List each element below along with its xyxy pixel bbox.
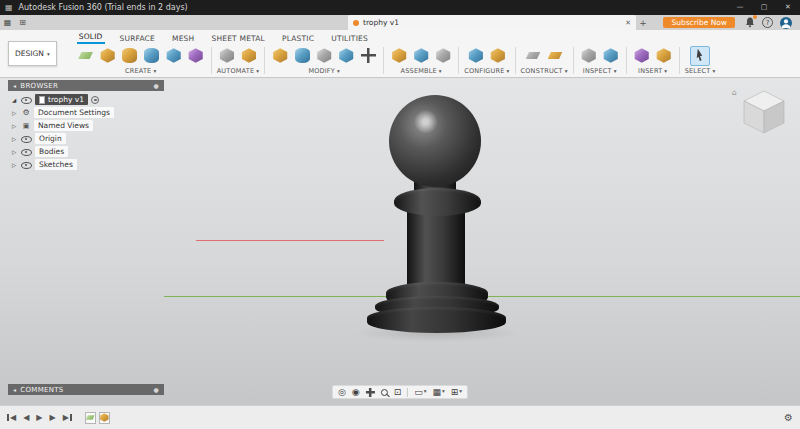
minimize-button[interactable]: — [728, 0, 752, 15]
create-menu[interactable]: CREATE ▾ [125, 67, 156, 75]
tab-utilities[interactable]: UTILITIES [329, 34, 370, 44]
expander-icon[interactable]: ▷ [10, 110, 18, 116]
expander-icon[interactable]: ▷ [10, 123, 18, 129]
insert-menu[interactable]: INSERT ▾ [638, 67, 667, 75]
visibility-eye-icon[interactable] [21, 134, 32, 144]
browser-item-root[interactable]: ◢ trophy v1 [8, 93, 164, 106]
rigid-group-icon[interactable] [433, 46, 453, 66]
collapse-panel-icon[interactable]: ◂ [13, 386, 16, 393]
move-copy-icon[interactable] [358, 46, 378, 66]
visibility-eye-icon[interactable] [21, 95, 32, 105]
expander-icon[interactable]: ▷ [10, 149, 18, 155]
insert-derive-icon[interactable] [632, 46, 652, 66]
viewport-canvas[interactable]: ⌂ ◂ BROWSER ● ◢ trophy v1 [0, 78, 800, 405]
section-analysis-icon[interactable] [601, 46, 621, 66]
automate-icon[interactable] [217, 46, 237, 66]
subscribe-button[interactable]: Subscribe Now [663, 17, 735, 28]
assemble-menu[interactable]: ASSEMBLE ▾ [401, 67, 442, 75]
viewports-icon[interactable]: ⊞▾ [451, 388, 462, 397]
pan-icon[interactable] [366, 388, 375, 397]
offset-plane-icon[interactable] [523, 46, 543, 66]
sweep-icon[interactable] [142, 46, 162, 66]
display-settings-icon[interactable]: ▭▾ [414, 388, 426, 397]
close-button[interactable]: ✕ [776, 0, 800, 15]
trophy-base-bottom[interactable] [367, 307, 506, 333]
new-component-icon[interactable] [389, 46, 409, 66]
visibility-eye-icon[interactable] [21, 147, 32, 157]
expander-icon[interactable]: ▷ [10, 136, 18, 142]
extrude-icon[interactable] [98, 46, 118, 66]
close-tab-icon[interactable]: ✕ [625, 19, 631, 27]
revolve-icon[interactable] [120, 46, 140, 66]
maximize-button[interactable]: ▢ [752, 0, 776, 15]
expander-open-icon[interactable]: ◢ [10, 97, 18, 103]
construct-menu[interactable]: CONSTRUCT ▾ [521, 67, 568, 75]
trophy-sphere[interactable] [389, 95, 481, 187]
timeline-play-button[interactable]: ▶ [36, 413, 42, 422]
measure-icon[interactable] [579, 46, 599, 66]
look-at-icon[interactable]: ◉ [352, 388, 360, 397]
press-pull-icon[interactable] [270, 46, 290, 66]
decal-icon[interactable] [654, 46, 674, 66]
timeline-go-end-button[interactable]: ▶ [63, 413, 72, 422]
fillet-icon[interactable] [292, 46, 312, 66]
browser-item-origin[interactable]: ▷ Origin [8, 132, 164, 145]
root-component-label[interactable]: trophy v1 [35, 94, 88, 105]
select-menu[interactable]: SELECT ▾ [685, 67, 716, 75]
modify-menu[interactable]: MODIFY ▾ [308, 67, 340, 75]
fit-icon[interactable]: ⊡ [394, 388, 402, 397]
orbit-icon[interactable]: ◎ [338, 388, 346, 397]
timeline-extrude-feature-icon[interactable] [99, 412, 110, 424]
help-icon[interactable]: ? [762, 17, 773, 28]
comments-header[interactable]: ◂ COMMENTS ● [8, 384, 164, 395]
shell-icon[interactable] [314, 46, 334, 66]
view-cube[interactable] [741, 88, 787, 138]
expander-icon[interactable]: ▷ [10, 162, 18, 168]
document-tab[interactable]: trophy v1 ✕ [348, 15, 636, 30]
visibility-eye-icon[interactable] [21, 160, 32, 170]
timeline-settings-gear-icon[interactable]: ⚙ [784, 412, 793, 423]
create-sketch-icon[interactable] [76, 46, 96, 66]
browser-header[interactable]: ◂ BROWSER ● [8, 80, 164, 91]
automate-menu[interactable]: AUTOMATE ▾ [217, 67, 260, 75]
zoom-icon[interactable] [381, 389, 388, 396]
trophy-collar[interactable] [394, 188, 481, 216]
timeline-go-start-button[interactable]: ◀ [7, 413, 16, 422]
grid-snaps-icon[interactable]: ▦▾ [432, 388, 444, 397]
configuration-table-icon[interactable] [488, 46, 508, 66]
workspace-selector[interactable]: DESIGN ▾ [8, 41, 57, 66]
data-panel-icon[interactable]: ⊞ [15, 18, 30, 27]
inspect-menu[interactable]: INSPECT ▾ [583, 67, 617, 75]
coil-icon[interactable] [186, 46, 206, 66]
timeline-step-back-button[interactable]: ◀ [23, 413, 29, 422]
browser-item-named-views[interactable]: ▷ ▣ Named Views [8, 119, 164, 132]
tab-surface[interactable]: SURFACE [118, 34, 157, 44]
timeline-sketch-feature-icon[interactable] [85, 412, 96, 424]
home-view-icon[interactable]: ⌂ [732, 88, 737, 97]
select-cursor-icon[interactable] [690, 46, 710, 66]
construction-axis-icon[interactable] [545, 46, 565, 66]
loft-icon[interactable] [164, 46, 184, 66]
tab-solid[interactable]: SOLID [77, 32, 105, 44]
activate-component-radio[interactable] [91, 96, 99, 104]
file-menu-icon[interactable]: ▦ [0, 18, 15, 27]
tab-sheet-metal[interactable]: SHEET METAL [209, 34, 267, 44]
panel-options-icon[interactable]: ● [153, 386, 159, 393]
notifications-bell-icon[interactable] [744, 16, 758, 29]
timeline-step-forward-button[interactable]: ▶ [49, 413, 55, 422]
browser-item-bodies[interactable]: ▷ Bodies [8, 145, 164, 158]
configure-icon[interactable] [466, 46, 486, 66]
configure-menu[interactable]: CONFIGURE ▾ [464, 67, 509, 75]
tab-plastic[interactable]: PLASTIC [280, 34, 316, 44]
panel-options-icon[interactable]: ● [153, 82, 159, 89]
tab-mesh[interactable]: MESH [170, 34, 196, 44]
combine-icon[interactable] [336, 46, 356, 66]
browser-item-document-settings[interactable]: ▷ ⚙ Document Settings [8, 106, 164, 119]
joint-icon[interactable] [411, 46, 431, 66]
new-tab-button[interactable]: + [636, 18, 650, 28]
scripts-addins-icon[interactable] [239, 46, 259, 66]
collapse-panel-icon[interactable]: ◂ [13, 82, 16, 89]
user-avatar[interactable] [780, 17, 792, 29]
app-grid-icon[interactable]: ▦ [5, 3, 13, 12]
browser-item-sketches[interactable]: ▷ Sketches [8, 158, 164, 171]
